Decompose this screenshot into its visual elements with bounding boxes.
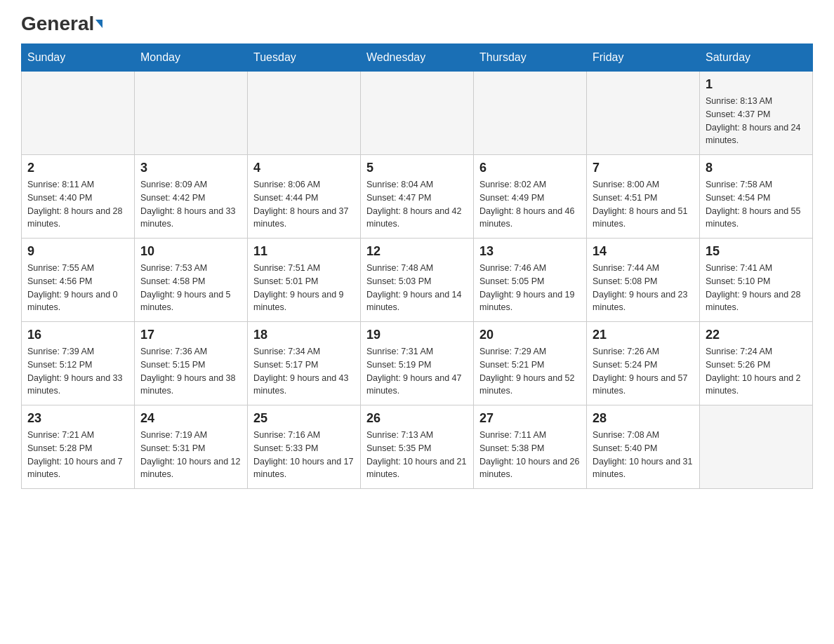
calendar-cell: 15Sunrise: 7:41 AMSunset: 5:10 PMDayligh… bbox=[700, 239, 813, 322]
calendar-body: 1Sunrise: 8:13 AMSunset: 4:37 PMDaylight… bbox=[22, 72, 813, 489]
day-number: 23 bbox=[27, 411, 128, 426]
logo-general: General bbox=[21, 14, 102, 34]
header-thursday: Thursday bbox=[474, 44, 587, 72]
day-info: Sunrise: 7:39 AMSunset: 5:12 PMDaylight:… bbox=[27, 345, 128, 398]
day-number: 6 bbox=[479, 161, 581, 175]
day-info: Sunrise: 8:13 AMSunset: 4:37 PMDaylight:… bbox=[706, 95, 807, 147]
calendar-cell: 26Sunrise: 7:13 AMSunset: 5:35 PMDayligh… bbox=[361, 405, 474, 489]
calendar-cell: 27Sunrise: 7:11 AMSunset: 5:38 PMDayligh… bbox=[474, 405, 587, 489]
calendar-table: Sunday Monday Tuesday Wednesday Thursday… bbox=[21, 43, 813, 489]
day-info: Sunrise: 7:46 AMSunset: 5:05 PMDaylight:… bbox=[479, 262, 581, 314]
day-number: 14 bbox=[593, 244, 694, 259]
day-number: 15 bbox=[706, 244, 807, 259]
calendar-cell: 16Sunrise: 7:39 AMSunset: 5:12 PMDayligh… bbox=[22, 322, 135, 405]
calendar-cell: 8Sunrise: 7:58 AMSunset: 4:54 PMDaylight… bbox=[700, 155, 813, 239]
day-info: Sunrise: 7:24 AMSunset: 5:26 PMDaylight:… bbox=[706, 345, 807, 398]
day-info: Sunrise: 8:04 AMSunset: 4:47 PMDaylight:… bbox=[366, 178, 468, 231]
day-number: 22 bbox=[706, 328, 807, 342]
day-info: Sunrise: 7:51 AMSunset: 5:01 PMDaylight:… bbox=[253, 262, 355, 314]
day-info: Sunrise: 7:36 AMSunset: 5:15 PMDaylight:… bbox=[140, 345, 241, 398]
calendar-cell: 12Sunrise: 7:48 AMSunset: 5:03 PMDayligh… bbox=[361, 239, 474, 322]
calendar-cell: 18Sunrise: 7:34 AMSunset: 5:17 PMDayligh… bbox=[248, 322, 361, 405]
day-info: Sunrise: 7:31 AMSunset: 5:19 PMDaylight:… bbox=[366, 345, 468, 398]
calendar-cell: 13Sunrise: 7:46 AMSunset: 5:05 PMDayligh… bbox=[474, 239, 587, 322]
day-info: Sunrise: 7:58 AMSunset: 4:54 PMDaylight:… bbox=[706, 178, 807, 231]
day-number: 24 bbox=[140, 411, 241, 426]
calendar-cell: 19Sunrise: 7:31 AMSunset: 5:19 PMDayligh… bbox=[361, 322, 474, 405]
day-number: 11 bbox=[253, 244, 355, 259]
calendar-cell: 24Sunrise: 7:19 AMSunset: 5:31 PMDayligh… bbox=[135, 405, 248, 489]
day-number: 12 bbox=[366, 244, 468, 259]
calendar-cell: 10Sunrise: 7:53 AMSunset: 4:58 PMDayligh… bbox=[135, 239, 248, 322]
day-number: 19 bbox=[366, 328, 468, 342]
day-info: Sunrise: 7:34 AMSunset: 5:17 PMDaylight:… bbox=[253, 345, 355, 398]
calendar-cell: 6Sunrise: 8:02 AMSunset: 4:49 PMDaylight… bbox=[474, 155, 587, 239]
day-info: Sunrise: 7:16 AMSunset: 5:33 PMDaylight:… bbox=[253, 429, 355, 481]
day-info: Sunrise: 7:48 AMSunset: 5:03 PMDaylight:… bbox=[366, 262, 468, 314]
header-friday: Friday bbox=[587, 44, 700, 72]
day-number: 26 bbox=[366, 411, 468, 426]
week-row-5: 23Sunrise: 7:21 AMSunset: 5:28 PMDayligh… bbox=[22, 405, 813, 489]
day-info: Sunrise: 8:06 AMSunset: 4:44 PMDaylight:… bbox=[253, 178, 355, 231]
calendar-cell bbox=[474, 72, 587, 155]
day-info: Sunrise: 7:29 AMSunset: 5:21 PMDaylight:… bbox=[479, 345, 581, 398]
header-monday: Monday bbox=[135, 44, 248, 72]
calendar-cell: 5Sunrise: 8:04 AMSunset: 4:47 PMDaylight… bbox=[361, 155, 474, 239]
day-number: 18 bbox=[253, 328, 355, 342]
calendar-cell: 28Sunrise: 7:08 AMSunset: 5:40 PMDayligh… bbox=[587, 405, 700, 489]
day-number: 5 bbox=[366, 161, 468, 175]
day-info: Sunrise: 7:44 AMSunset: 5:08 PMDaylight:… bbox=[593, 262, 694, 314]
calendar-cell: 7Sunrise: 8:00 AMSunset: 4:51 PMDaylight… bbox=[587, 155, 700, 239]
calendar-cell bbox=[700, 405, 813, 489]
calendar-cell: 20Sunrise: 7:29 AMSunset: 5:21 PMDayligh… bbox=[474, 322, 587, 405]
week-row-1: 1Sunrise: 8:13 AMSunset: 4:37 PMDaylight… bbox=[22, 72, 813, 155]
day-number: 3 bbox=[140, 161, 241, 175]
day-number: 27 bbox=[479, 411, 581, 426]
calendar-cell: 23Sunrise: 7:21 AMSunset: 5:28 PMDayligh… bbox=[22, 405, 135, 489]
day-info: Sunrise: 7:19 AMSunset: 5:31 PMDaylight:… bbox=[140, 429, 241, 481]
calendar-cell bbox=[361, 72, 474, 155]
day-number: 16 bbox=[27, 328, 128, 342]
week-row-4: 16Sunrise: 7:39 AMSunset: 5:12 PMDayligh… bbox=[22, 322, 813, 405]
day-number: 7 bbox=[593, 161, 694, 175]
calendar-cell bbox=[248, 72, 361, 155]
day-number: 28 bbox=[593, 411, 694, 426]
day-number: 4 bbox=[253, 161, 355, 175]
calendar-cell: 11Sunrise: 7:51 AMSunset: 5:01 PMDayligh… bbox=[248, 239, 361, 322]
day-info: Sunrise: 7:53 AMSunset: 4:58 PMDaylight:… bbox=[140, 262, 241, 314]
day-number: 21 bbox=[593, 328, 694, 342]
calendar-cell: 21Sunrise: 7:26 AMSunset: 5:24 PMDayligh… bbox=[587, 322, 700, 405]
header-sunday: Sunday bbox=[22, 44, 135, 72]
calendar-cell: 4Sunrise: 8:06 AMSunset: 4:44 PMDaylight… bbox=[248, 155, 361, 239]
calendar-cell: 14Sunrise: 7:44 AMSunset: 5:08 PMDayligh… bbox=[587, 239, 700, 322]
calendar-cell: 9Sunrise: 7:55 AMSunset: 4:56 PMDaylight… bbox=[22, 239, 135, 322]
calendar-cell: 22Sunrise: 7:24 AMSunset: 5:26 PMDayligh… bbox=[700, 322, 813, 405]
day-number: 10 bbox=[140, 244, 241, 259]
calendar-cell: 1Sunrise: 8:13 AMSunset: 4:37 PMDaylight… bbox=[700, 72, 813, 155]
calendar-cell bbox=[22, 72, 135, 155]
day-info: Sunrise: 8:11 AMSunset: 4:40 PMDaylight:… bbox=[27, 178, 128, 231]
page-header: General bbox=[21, 14, 813, 32]
weekday-header-row: Sunday Monday Tuesday Wednesday Thursday… bbox=[22, 44, 813, 72]
calendar-cell bbox=[587, 72, 700, 155]
day-number: 13 bbox=[479, 244, 581, 259]
day-number: 9 bbox=[27, 244, 128, 259]
logo: General bbox=[21, 14, 102, 32]
day-info: Sunrise: 7:21 AMSunset: 5:28 PMDaylight:… bbox=[27, 429, 128, 481]
calendar-cell: 25Sunrise: 7:16 AMSunset: 5:33 PMDayligh… bbox=[248, 405, 361, 489]
day-info: Sunrise: 8:09 AMSunset: 4:42 PMDaylight:… bbox=[140, 178, 241, 231]
day-info: Sunrise: 7:26 AMSunset: 5:24 PMDaylight:… bbox=[593, 345, 694, 398]
day-info: Sunrise: 7:13 AMSunset: 5:35 PMDaylight:… bbox=[366, 429, 468, 481]
week-row-2: 2Sunrise: 8:11 AMSunset: 4:40 PMDaylight… bbox=[22, 155, 813, 239]
calendar-cell bbox=[135, 72, 248, 155]
calendar-cell: 3Sunrise: 8:09 AMSunset: 4:42 PMDaylight… bbox=[135, 155, 248, 239]
day-info: Sunrise: 7:08 AMSunset: 5:40 PMDaylight:… bbox=[593, 429, 694, 481]
header-wednesday: Wednesday bbox=[361, 44, 474, 72]
calendar-cell: 2Sunrise: 8:11 AMSunset: 4:40 PMDaylight… bbox=[22, 155, 135, 239]
header-tuesday: Tuesday bbox=[248, 44, 361, 72]
day-info: Sunrise: 8:02 AMSunset: 4:49 PMDaylight:… bbox=[479, 178, 581, 231]
day-number: 20 bbox=[479, 328, 581, 342]
calendar-cell: 17Sunrise: 7:36 AMSunset: 5:15 PMDayligh… bbox=[135, 322, 248, 405]
day-number: 8 bbox=[706, 161, 807, 175]
day-number: 25 bbox=[253, 411, 355, 426]
